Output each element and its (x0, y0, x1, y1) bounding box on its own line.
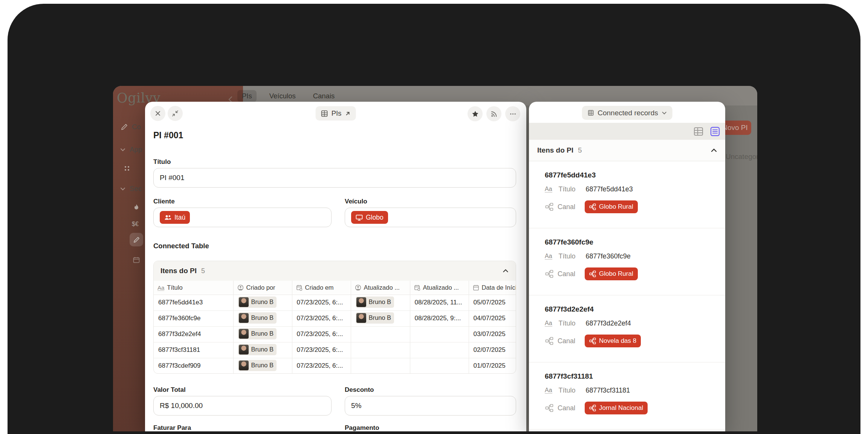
relation-icon (545, 337, 554, 345)
sidebar-item-money[interactable]: $€ (132, 221, 139, 228)
table-row[interactable]: 6877f3d2e2ef4 Bruno B 07/23/2025, 6:... … (154, 326, 516, 342)
column-atualizado-em[interactable]: Atualizado ... (410, 281, 469, 295)
record-title: 6877fe360fc9e (545, 238, 593, 246)
chevron-down-icon (120, 147, 126, 153)
record-card[interactable]: 6877f3cf31181 Aa Título 6877f3cf31181 Ca… (529, 362, 725, 429)
cliente-chip-label: Itaú (174, 214, 185, 222)
column-atualizado-por[interactable]: Atualizado ... (351, 281, 410, 295)
table-view-button[interactable] (693, 126, 704, 137)
breadcrumb[interactable]: PIs (316, 106, 356, 121)
user-chip: Bruno B (356, 312, 394, 324)
connected-table-header[interactable]: Itens do PI 5 (154, 261, 516, 281)
avatar (239, 361, 249, 370)
selector-label: Connected records (598, 109, 658, 117)
text-icon: Aa (545, 186, 552, 193)
sidebar-item-co[interactable]: Co (121, 123, 141, 131)
field-label-titulo: Título (153, 158, 171, 166)
people-icon (164, 214, 171, 221)
sidebar-item-label: App (130, 145, 142, 154)
section-title: Itens do PI (537, 146, 573, 154)
field-label-valor-total: Valor Total (153, 386, 186, 394)
tab-canais[interactable]: Canais (309, 90, 339, 102)
chevron-down-icon (120, 186, 126, 192)
column-titulo[interactable]: AaTítulo (154, 281, 233, 295)
items-section-header[interactable]: Itens do PI 5 (529, 140, 725, 161)
valor-total-input[interactable]: R$ 10,000.00 (153, 396, 332, 416)
titulo-input[interactable]: PI #001 (153, 168, 516, 188)
canal-chip[interactable]: Novela das 8 (585, 335, 641, 347)
record-card[interactable]: 6877fe360fc9e Aa Título 6877fe360fc9e Ca… (529, 228, 725, 295)
sidebar-item-grid[interactable] (124, 165, 130, 172)
sidebar-item-flame[interactable] (133, 203, 140, 211)
table-row[interactable]: 6877fe360fc9e Bruno B 07/23/2025, 6:... … (154, 310, 516, 326)
table-view-icon (693, 126, 704, 137)
column-criado-por[interactable]: Criado por (233, 281, 292, 295)
avatar (356, 313, 366, 323)
table-row[interactable]: 6877f3cdef909 Bruno B 07/23/2025, 6:... … (154, 358, 516, 374)
chevron-up-icon[interactable] (710, 147, 718, 154)
column-criado-em[interactable]: Criado em (292, 281, 351, 295)
table-row[interactable]: 6877f3cf31181 Bruno B 07/23/2025, 6:... … (154, 342, 516, 358)
table-row[interactable]: 6877fe5dd41e3 Bruno B 07/23/2025, 6:... … (154, 295, 516, 310)
column-data-inicio[interactable]: Data de Início (469, 281, 516, 295)
text-icon: Aa (157, 285, 164, 291)
canal-chip[interactable]: Globo Rural (585, 267, 638, 280)
field-label-faturar-para: Faturar Para (153, 424, 191, 431)
calendar-icon (473, 284, 479, 291)
desconto-input[interactable]: 5% (345, 396, 516, 416)
field-label-veiculo: Veículo (345, 198, 367, 205)
record-card[interactable]: 6877f3d2e2ef4 Aa Título 6877f3d2e2ef4 Ca… (529, 295, 725, 362)
records-list: 6877fe5dd41e3 Aa Título 6877fe5dd41e3 Ca… (529, 161, 725, 429)
more-button[interactable] (505, 106, 520, 121)
currency-icon: $€ (132, 221, 139, 228)
cliente-chip[interactable]: Itaú (160, 211, 190, 224)
cliente-input[interactable]: Itaú (153, 208, 332, 227)
rss-icon (491, 110, 498, 118)
connected-records-selector[interactable]: Connected records (582, 106, 672, 120)
record-field-titulo: Aa Título 6877f3d2e2ef4 (545, 319, 631, 327)
veiculo-input[interactable]: Globo (345, 208, 516, 227)
table-icon (321, 110, 328, 117)
relation-icon (589, 203, 596, 210)
record-card[interactable]: 6877fe5dd41e3 Aa Título 6877fe5dd41e3 Ca… (529, 161, 725, 228)
sidebar-item-active-tile[interactable] (130, 233, 143, 246)
field-label-desconto: Desconto (345, 386, 374, 394)
app-screen: Ogilvy Co App (113, 86, 757, 431)
record-title: 6877f3d2e2ef4 (545, 305, 594, 313)
tab-veiculos[interactable]: Veículos (265, 90, 300, 102)
subscribe-button[interactable] (486, 106, 501, 121)
monitor-icon (356, 214, 363, 221)
canal-chip[interactable]: Globo Rural (585, 200, 638, 213)
list-view-button[interactable] (709, 126, 721, 137)
star-icon (472, 110, 479, 118)
sidebar-item-sec[interactable]: Sec (120, 185, 142, 193)
favorite-button[interactable] (468, 106, 483, 121)
user-chip: Bruno B (238, 360, 277, 371)
record-field-canal: Canal Jornal Nacional (545, 402, 648, 414)
relation-icon (545, 404, 554, 412)
chevron-up-icon[interactable] (502, 267, 509, 274)
user-chip: Bruno B (238, 312, 277, 324)
sidebar-item-app[interactable]: App (120, 145, 142, 154)
record-title: 6877fe5dd41e3 (545, 171, 596, 179)
close-button[interactable] (150, 106, 165, 121)
tab-pis[interactable]: PIs (237, 90, 257, 102)
sidebar-item-calendar[interactable] (133, 256, 140, 264)
connected-table-title: Itens do PI (160, 267, 197, 275)
relation-icon (589, 270, 596, 277)
calendar-icon (133, 256, 140, 264)
user-chip: Bruno B (238, 328, 277, 339)
collapse-button[interactable] (168, 106, 183, 121)
relation-icon (589, 405, 596, 411)
table-icon (587, 109, 594, 116)
record-field-canal: Canal Globo Rural (545, 200, 638, 213)
avatar (239, 345, 249, 355)
connected-table-panel: Itens do PI 5 AaTítulo Criado por Criado… (153, 261, 516, 374)
items-table: AaTítulo Criado por Criado em Atualizado… (154, 281, 516, 374)
relation-icon (545, 203, 554, 211)
section-count: 5 (578, 146, 582, 154)
veiculo-chip[interactable]: Globo (351, 211, 388, 224)
canal-chip[interactable]: Jornal Nacional (585, 402, 648, 414)
text-icon: Aa (545, 253, 552, 260)
sidebar-item-label: Co (132, 123, 141, 131)
